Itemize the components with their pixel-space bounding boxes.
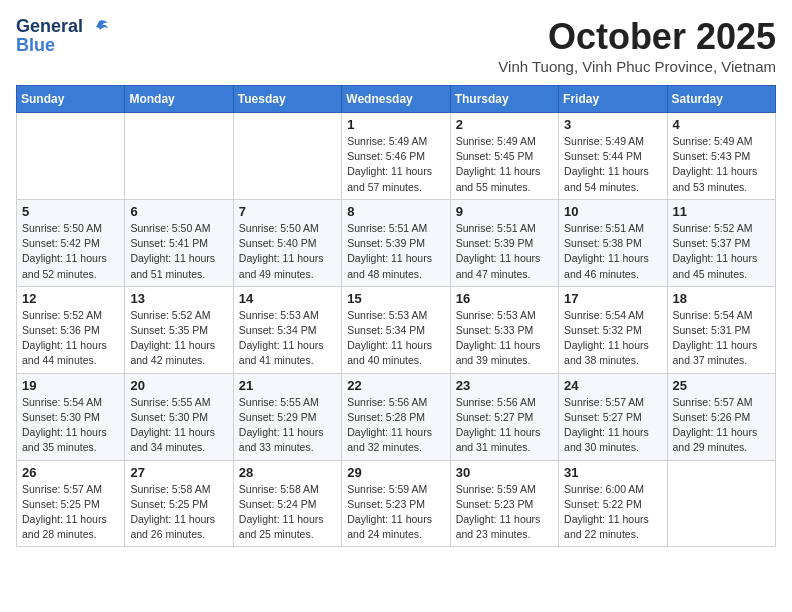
- day-info: Sunrise: 5:57 AMSunset: 5:27 PMDaylight:…: [564, 395, 661, 456]
- day-number: 28: [239, 465, 336, 480]
- day-number: 13: [130, 291, 227, 306]
- calendar-cell: 27Sunrise: 5:58 AMSunset: 5:25 PMDayligh…: [125, 460, 233, 547]
- calendar-cell: 13Sunrise: 5:52 AMSunset: 5:35 PMDayligh…: [125, 286, 233, 373]
- calendar-table: SundayMondayTuesdayWednesdayThursdayFrid…: [16, 85, 776, 547]
- day-info: Sunrise: 5:49 AMSunset: 5:45 PMDaylight:…: [456, 134, 553, 195]
- calendar-week-row: 5Sunrise: 5:50 AMSunset: 5:42 PMDaylight…: [17, 199, 776, 286]
- day-info: Sunrise: 5:51 AMSunset: 5:39 PMDaylight:…: [456, 221, 553, 282]
- calendar-cell: 31Sunrise: 6:00 AMSunset: 5:22 PMDayligh…: [559, 460, 667, 547]
- calendar-cell: 16Sunrise: 5:53 AMSunset: 5:33 PMDayligh…: [450, 286, 558, 373]
- day-number: 19: [22, 378, 119, 393]
- calendar-cell: 9Sunrise: 5:51 AMSunset: 5:39 PMDaylight…: [450, 199, 558, 286]
- calendar-week-row: 26Sunrise: 5:57 AMSunset: 5:25 PMDayligh…: [17, 460, 776, 547]
- day-info: Sunrise: 5:56 AMSunset: 5:28 PMDaylight:…: [347, 395, 444, 456]
- day-number: 27: [130, 465, 227, 480]
- day-info: Sunrise: 5:56 AMSunset: 5:27 PMDaylight:…: [456, 395, 553, 456]
- logo-blue: Blue: [16, 35, 55, 56]
- logo-general: General: [16, 16, 83, 36]
- day-info: Sunrise: 6:00 AMSunset: 5:22 PMDaylight:…: [564, 482, 661, 543]
- calendar-cell: 25Sunrise: 5:57 AMSunset: 5:26 PMDayligh…: [667, 373, 775, 460]
- day-number: 3: [564, 117, 661, 132]
- day-info: Sunrise: 5:58 AMSunset: 5:24 PMDaylight:…: [239, 482, 336, 543]
- weekday-header-row: SundayMondayTuesdayWednesdayThursdayFrid…: [17, 86, 776, 113]
- day-info: Sunrise: 5:50 AMSunset: 5:41 PMDaylight:…: [130, 221, 227, 282]
- title-block: October 2025 Vinh Tuong, Vinh Phuc Provi…: [498, 16, 776, 75]
- weekday-header-wednesday: Wednesday: [342, 86, 450, 113]
- logo: General Blue: [16, 16, 110, 56]
- day-number: 7: [239, 204, 336, 219]
- day-number: 25: [673, 378, 770, 393]
- day-info: Sunrise: 5:59 AMSunset: 5:23 PMDaylight:…: [456, 482, 553, 543]
- calendar-cell: 10Sunrise: 5:51 AMSunset: 5:38 PMDayligh…: [559, 199, 667, 286]
- calendar-cell: 2Sunrise: 5:49 AMSunset: 5:45 PMDaylight…: [450, 113, 558, 200]
- calendar-cell: 4Sunrise: 5:49 AMSunset: 5:43 PMDaylight…: [667, 113, 775, 200]
- day-number: 4: [673, 117, 770, 132]
- calendar-cell: 18Sunrise: 5:54 AMSunset: 5:31 PMDayligh…: [667, 286, 775, 373]
- day-number: 21: [239, 378, 336, 393]
- day-number: 12: [22, 291, 119, 306]
- month-title: October 2025: [498, 16, 776, 58]
- day-number: 31: [564, 465, 661, 480]
- calendar-cell: 15Sunrise: 5:53 AMSunset: 5:34 PMDayligh…: [342, 286, 450, 373]
- day-number: 16: [456, 291, 553, 306]
- day-info: Sunrise: 5:57 AMSunset: 5:26 PMDaylight:…: [673, 395, 770, 456]
- day-number: 8: [347, 204, 444, 219]
- calendar-cell: 12Sunrise: 5:52 AMSunset: 5:36 PMDayligh…: [17, 286, 125, 373]
- day-info: Sunrise: 5:49 AMSunset: 5:46 PMDaylight:…: [347, 134, 444, 195]
- day-info: Sunrise: 5:55 AMSunset: 5:30 PMDaylight:…: [130, 395, 227, 456]
- day-number: 10: [564, 204, 661, 219]
- calendar-week-row: 19Sunrise: 5:54 AMSunset: 5:30 PMDayligh…: [17, 373, 776, 460]
- calendar-cell: [125, 113, 233, 200]
- day-info: Sunrise: 5:54 AMSunset: 5:32 PMDaylight:…: [564, 308, 661, 369]
- day-info: Sunrise: 5:54 AMSunset: 5:31 PMDaylight:…: [673, 308, 770, 369]
- calendar-cell: 7Sunrise: 5:50 AMSunset: 5:40 PMDaylight…: [233, 199, 341, 286]
- location-subtitle: Vinh Tuong, Vinh Phuc Province, Vietnam: [498, 58, 776, 75]
- day-info: Sunrise: 5:58 AMSunset: 5:25 PMDaylight:…: [130, 482, 227, 543]
- day-info: Sunrise: 5:51 AMSunset: 5:38 PMDaylight:…: [564, 221, 661, 282]
- day-info: Sunrise: 5:51 AMSunset: 5:39 PMDaylight:…: [347, 221, 444, 282]
- calendar-cell: 19Sunrise: 5:54 AMSunset: 5:30 PMDayligh…: [17, 373, 125, 460]
- day-number: 15: [347, 291, 444, 306]
- day-number: 30: [456, 465, 553, 480]
- calendar-cell: 6Sunrise: 5:50 AMSunset: 5:41 PMDaylight…: [125, 199, 233, 286]
- day-info: Sunrise: 5:53 AMSunset: 5:34 PMDaylight:…: [347, 308, 444, 369]
- day-number: 5: [22, 204, 119, 219]
- calendar-cell: [667, 460, 775, 547]
- day-info: Sunrise: 5:59 AMSunset: 5:23 PMDaylight:…: [347, 482, 444, 543]
- calendar-cell: 29Sunrise: 5:59 AMSunset: 5:23 PMDayligh…: [342, 460, 450, 547]
- calendar-cell: 28Sunrise: 5:58 AMSunset: 5:24 PMDayligh…: [233, 460, 341, 547]
- day-info: Sunrise: 5:52 AMSunset: 5:36 PMDaylight:…: [22, 308, 119, 369]
- day-info: Sunrise: 5:53 AMSunset: 5:33 PMDaylight:…: [456, 308, 553, 369]
- day-number: 1: [347, 117, 444, 132]
- day-info: Sunrise: 5:54 AMSunset: 5:30 PMDaylight:…: [22, 395, 119, 456]
- day-info: Sunrise: 5:55 AMSunset: 5:29 PMDaylight:…: [239, 395, 336, 456]
- calendar-cell: 3Sunrise: 5:49 AMSunset: 5:44 PMDaylight…: [559, 113, 667, 200]
- day-info: Sunrise: 5:52 AMSunset: 5:35 PMDaylight:…: [130, 308, 227, 369]
- day-number: 11: [673, 204, 770, 219]
- calendar-cell: [233, 113, 341, 200]
- day-number: 17: [564, 291, 661, 306]
- calendar-cell: 30Sunrise: 5:59 AMSunset: 5:23 PMDayligh…: [450, 460, 558, 547]
- day-number: 6: [130, 204, 227, 219]
- weekday-header-sunday: Sunday: [17, 86, 125, 113]
- day-info: Sunrise: 5:49 AMSunset: 5:43 PMDaylight:…: [673, 134, 770, 195]
- calendar-cell: 26Sunrise: 5:57 AMSunset: 5:25 PMDayligh…: [17, 460, 125, 547]
- page-header: General Blue October 2025 Vinh Tuong, Vi…: [16, 16, 776, 75]
- day-number: 14: [239, 291, 336, 306]
- day-number: 23: [456, 378, 553, 393]
- calendar-cell: 20Sunrise: 5:55 AMSunset: 5:30 PMDayligh…: [125, 373, 233, 460]
- calendar-week-row: 12Sunrise: 5:52 AMSunset: 5:36 PMDayligh…: [17, 286, 776, 373]
- day-number: 9: [456, 204, 553, 219]
- calendar-cell: 11Sunrise: 5:52 AMSunset: 5:37 PMDayligh…: [667, 199, 775, 286]
- calendar-cell: [17, 113, 125, 200]
- day-number: 20: [130, 378, 227, 393]
- day-info: Sunrise: 5:50 AMSunset: 5:40 PMDaylight:…: [239, 221, 336, 282]
- calendar-cell: 17Sunrise: 5:54 AMSunset: 5:32 PMDayligh…: [559, 286, 667, 373]
- weekday-header-thursday: Thursday: [450, 86, 558, 113]
- day-number: 29: [347, 465, 444, 480]
- calendar-cell: 14Sunrise: 5:53 AMSunset: 5:34 PMDayligh…: [233, 286, 341, 373]
- calendar-week-row: 1Sunrise: 5:49 AMSunset: 5:46 PMDaylight…: [17, 113, 776, 200]
- weekday-header-tuesday: Tuesday: [233, 86, 341, 113]
- day-info: Sunrise: 5:53 AMSunset: 5:34 PMDaylight:…: [239, 308, 336, 369]
- day-number: 2: [456, 117, 553, 132]
